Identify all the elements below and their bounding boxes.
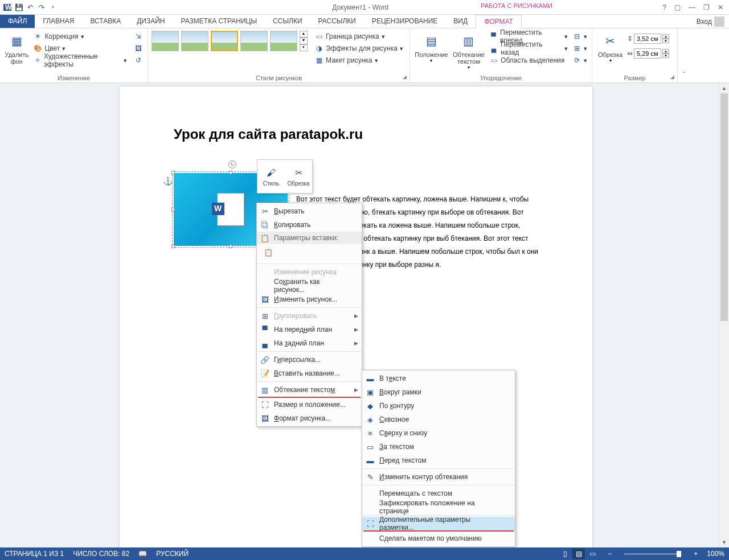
zoom-out-icon[interactable]: − (608, 550, 612, 558)
style-thumb[interactable] (151, 31, 179, 51)
qat-more-icon[interactable]: ▾ (48, 2, 58, 13)
language-status[interactable]: РУССКИЙ (156, 550, 189, 558)
reset-pic-button[interactable]: ↺ (133, 55, 144, 66)
width-field[interactable]: ⇔▲▼ (627, 48, 669, 59)
zoom-slider[interactable] (624, 553, 681, 555)
tab-mailings[interactable]: РАССЫЛКИ (310, 15, 364, 28)
tab-file[interactable]: ФАЙЛ (0, 15, 35, 28)
zoom-in-icon[interactable]: + (694, 550, 698, 558)
wrap-set-default[interactable]: Сделать макетом по умолчанию (362, 532, 515, 545)
undo-icon[interactable]: ↶ (25, 2, 35, 13)
position-button[interactable]: ▤Положение▾ (413, 31, 449, 64)
tab-view[interactable]: ВИД (445, 15, 476, 28)
ctx-copy[interactable]: ⿻Копировать (257, 218, 362, 232)
wrap-text-button[interactable]: ▥Обтекание текстом▾ (452, 31, 486, 71)
read-mode-icon[interactable]: ▯ (559, 549, 571, 559)
collapse-ribbon-icon[interactable]: ˆ (678, 28, 690, 83)
ctx-wrap-text[interactable]: ▥Обтекание текстом▶ (257, 383, 362, 397)
style-thumb[interactable] (240, 31, 268, 51)
align-button[interactable]: ⊟▾ (571, 31, 588, 42)
send-backward-button[interactable]: ▄Переместить назад ▾ (488, 43, 569, 54)
wrap-inline[interactable]: ▬В тексте (362, 372, 515, 385)
artistic-effects-button[interactable]: ✧Художественные эффекты ▾ (32, 55, 128, 66)
close-icon[interactable]: ✕ (718, 3, 723, 11)
picture-border-button[interactable]: ▭Граница рисунка ▾ (313, 31, 404, 42)
help-icon[interactable]: ? (662, 3, 666, 11)
page-status[interactable]: СТРАНИЦА 1 ИЗ 1 (5, 550, 64, 558)
document-area[interactable]: Урок для сайта paratapok.ru Вот этот тек… (0, 83, 719, 547)
ctx-send-back[interactable]: ▄На задний план▶ (257, 336, 362, 350)
word-count[interactable]: ЧИСЛО СЛОВ: 82 (73, 550, 129, 558)
redo-icon[interactable]: ↷ (36, 2, 47, 13)
height-input[interactable] (634, 34, 661, 44)
compress-button[interactable]: ⇲ (133, 31, 144, 42)
wrap-more-options[interactable]: ⛶Дополнительные параметры разметки... (362, 517, 515, 530)
ctx-insert-caption[interactable]: 📝Вставить название... (257, 367, 362, 380)
ribbon-display-icon[interactable]: ▢ (674, 3, 681, 11)
tab-design[interactable]: ДИЗАЙН (129, 15, 173, 28)
wrap-behind[interactable]: ▭За текстом (362, 440, 515, 454)
scroll-down-icon[interactable]: ▼ (719, 537, 729, 547)
styles-launcher-icon[interactable]: ◢ (401, 74, 408, 81)
style-gallery[interactable]: ▲▼▾ (151, 31, 308, 51)
scroll-up-icon[interactable]: ▲ (719, 83, 729, 93)
picture-layout-button[interactable]: ▦Макет рисунка ▾ (313, 55, 404, 66)
resize-handle[interactable] (171, 245, 175, 248)
mini-style-button[interactable]: 🖌Стиль (257, 160, 285, 193)
rotate-button[interactable]: ⟳▾ (571, 55, 588, 66)
wrap-fix-position[interactable]: Зафиксировать положение на странице (362, 500, 515, 514)
height-field[interactable]: ⇕▲▼ (627, 33, 669, 44)
wrap-tight[interactable]: ◆По контуру (362, 399, 515, 413)
tab-format[interactable]: ФОРМАТ (476, 15, 522, 28)
scroll-thumb[interactable] (720, 93, 728, 321)
web-layout-icon[interactable]: ▭ (586, 549, 599, 559)
page[interactable]: Урок для сайта paratapok.ru Вот этот тек… (120, 87, 592, 547)
remove-background-button[interactable]: ▦ Удалить фон (3, 31, 30, 66)
ctx-format-picture[interactable]: 🖼Формат рисунка... (257, 411, 362, 425)
resize-handle[interactable] (229, 245, 232, 248)
maximize-icon[interactable]: ❐ (703, 3, 710, 11)
wrap-through[interactable]: ◈Сквозное (362, 413, 515, 426)
crop-button[interactable]: ✂Обрезка▾ (596, 31, 625, 64)
wrap-topbottom[interactable]: ≡Сверху и снизу (362, 426, 515, 440)
resize-handle[interactable] (229, 171, 232, 174)
print-layout-icon[interactable]: ▤ (572, 549, 585, 559)
selection-pane-button[interactable]: ▭Область выделения (488, 55, 569, 66)
ctx-bring-front[interactable]: ▀На передний план▶ (257, 323, 362, 336)
login-button[interactable]: Вход (692, 15, 729, 28)
tab-review[interactable]: РЕЦЕНЗИРОВАНИЕ (364, 15, 445, 28)
resize-handle[interactable] (171, 171, 175, 174)
wrap-edit-points[interactable]: ✎Изменить контур обтекания (362, 470, 515, 484)
ctx-paste-option[interactable]: 📋 (257, 244, 362, 262)
minimize-icon[interactable]: — (689, 3, 695, 11)
rotate-handle[interactable]: ↻ (228, 160, 236, 168)
ctx-hyperlink[interactable]: 🔗Гиперссылка... (257, 353, 362, 367)
wrap-move-with-text[interactable]: Перемещать с текстом (362, 487, 515, 500)
vertical-scrollbar[interactable]: ▲ ▼ (719, 83, 729, 547)
gallery-scroll[interactable]: ▲▼▾ (300, 31, 308, 51)
ctx-save-as-image[interactable]: Сохранить как рисунок... (257, 279, 362, 293)
style-thumb[interactable] (181, 31, 208, 51)
tab-insert[interactable]: ВСТАВКА (82, 15, 129, 28)
corrections-button[interactable]: ☀Коррекция ▾ (32, 31, 128, 42)
mini-crop-button[interactable]: ✂Обрезка (285, 160, 312, 193)
tab-home[interactable]: ГЛАВНАЯ (35, 15, 82, 28)
style-thumb-selected[interactable] (211, 31, 238, 51)
ctx-size-position[interactable]: ⛶Размер и положение... (257, 398, 362, 411)
wrap-infront[interactable]: ▬Перед текстом (362, 454, 515, 467)
spellcheck-icon[interactable]: 📖 (138, 550, 147, 558)
ctx-edit-image[interactable]: 🖼Изменить рисунок... (257, 293, 362, 306)
width-spinner[interactable]: ▲▼ (662, 49, 669, 58)
wrap-square[interactable]: ▣Вокруг рамки (362, 385, 515, 399)
tab-references[interactable]: ССЫЛКИ (265, 15, 310, 28)
group-button[interactable]: ⊞▾ (571, 43, 588, 54)
ctx-cut[interactable]: ✂Вырезать (257, 204, 362, 218)
zoom-level[interactable]: 100% (707, 550, 724, 558)
width-input[interactable] (634, 48, 661, 59)
change-pic-button[interactable]: 🖼 (133, 43, 144, 54)
save-icon[interactable]: 💾 (14, 2, 24, 13)
picture-effects-button[interactable]: ◑Эффекты для рисунка ▾ (313, 43, 404, 54)
style-thumb[interactable] (270, 31, 297, 51)
tab-page-layout[interactable]: РАЗМЕТКА СТРАНИЦЫ (173, 15, 265, 28)
size-launcher-icon[interactable]: ◢ (669, 74, 675, 81)
